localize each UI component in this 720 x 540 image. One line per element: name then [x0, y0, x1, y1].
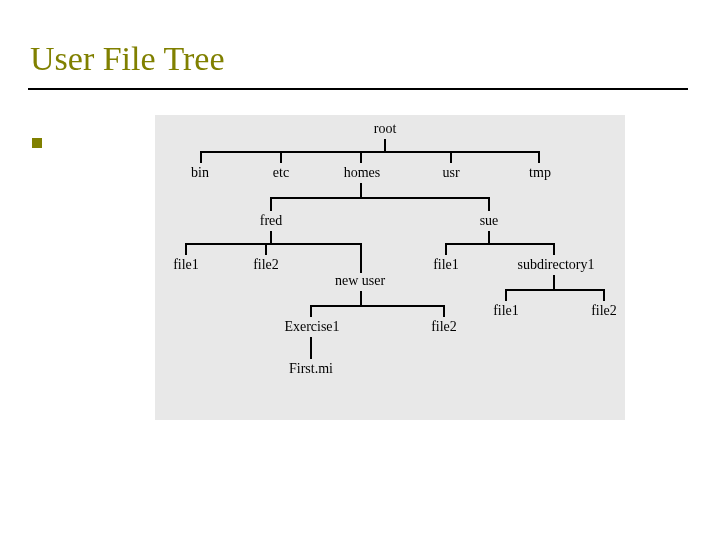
node-fred-file2: file2 — [250, 257, 282, 273]
node-etc: etc — [267, 165, 295, 181]
node-fred: fred — [255, 213, 287, 229]
node-sue-file1: file1 — [430, 257, 462, 273]
title-underline — [28, 88, 688, 90]
node-newuser-file2: file2 — [428, 319, 460, 335]
node-firstmi: First.mi — [283, 361, 339, 377]
node-root: root — [370, 121, 400, 137]
slide-title: User File Tree — [30, 40, 225, 78]
node-homes: homes — [340, 165, 384, 181]
node-bin: bin — [185, 165, 215, 181]
node-fred-file1: file1 — [170, 257, 202, 273]
tree-diagram: root bin etc homes usr tmp fred sue file… — [155, 115, 625, 420]
node-subdir1: subdirectory1 — [510, 257, 602, 273]
node-newuser: new user — [330, 273, 390, 289]
node-subdir-file2: file2 — [588, 303, 620, 319]
node-sue: sue — [475, 213, 503, 229]
bullet-icon — [32, 138, 42, 148]
node-subdir-file1: file1 — [490, 303, 522, 319]
node-usr: usr — [439, 165, 463, 181]
node-exercise1: Exercise1 — [280, 319, 344, 335]
node-tmp: tmp — [525, 165, 555, 181]
